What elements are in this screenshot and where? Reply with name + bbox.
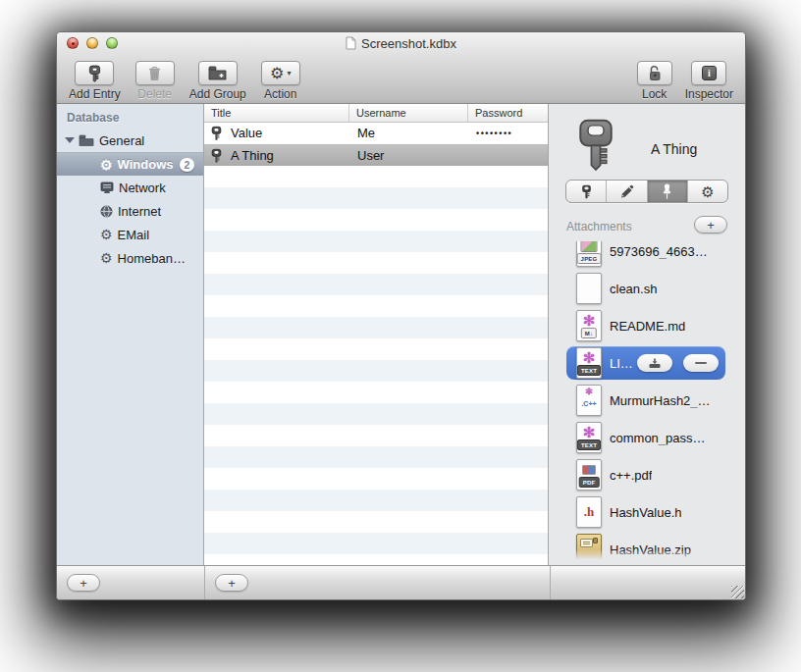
attachment-row[interactable]: clean.sh: [549, 270, 745, 307]
attachment-name: HashValue.h: [610, 505, 681, 520]
folder-icon: [79, 134, 94, 146]
sidebar-item-label: Internet: [118, 204, 161, 219]
add-group-face: [198, 61, 238, 85]
sidebar-item-label: Windows: [118, 157, 174, 172]
column-header-title[interactable]: Title: [204, 104, 231, 123]
sidebar-header: Database: [57, 104, 203, 129]
main-area: Database General ⚙ Windows 2: [57, 104, 745, 567]
sidebar-item-internet[interactable]: Internet: [57, 199, 203, 223]
plain-file-icon: [576, 273, 602, 304]
markdown-file-icon: ✻ M↓: [576, 310, 602, 341]
file-badge: .h: [584, 504, 594, 520]
plus-icon: +: [707, 219, 715, 232]
bottom-bar: + +: [57, 565, 745, 599]
lock-button[interactable]: Lock: [637, 61, 672, 101]
flower-glyph: ✻: [585, 388, 593, 396]
info-glyph: i: [708, 68, 711, 78]
jpeg-file-icon: JPEG: [576, 241, 602, 267]
sidebar-item-label: Homeban…: [118, 251, 186, 266]
attachment-row[interactable]: HashValue.zip: [549, 531, 745, 559]
add-group-button[interactable]: Add Group: [189, 61, 246, 101]
entry-key-icon: [576, 117, 615, 172]
file-badge: PDF: [579, 477, 600, 488]
key-icon: [211, 126, 222, 141]
attachment-row[interactable]: .h HashValue.h: [549, 493, 745, 531]
header-file-icon: .h: [576, 496, 602, 528]
sidebar-item-email[interactable]: ⚙ EMail: [57, 223, 203, 246]
entry-rows[interactable]: Value Me •••••••• A Thing Use: [204, 123, 548, 567]
entry-password: ••••••••: [476, 123, 512, 144]
sidebar-item-general[interactable]: General: [57, 129, 203, 152]
sidebar-item-label: Network: [119, 181, 166, 195]
column-header-password[interactable]: Password: [467, 104, 522, 123]
folder-plus-icon: [208, 66, 227, 80]
tab-credentials[interactable]: [566, 181, 607, 202]
delete-button[interactable]: Delete: [135, 61, 175, 101]
lock-face: [637, 61, 672, 85]
window-chrome: Screenshot.kdbx: [57, 32, 745, 104]
gear-icon: ⚙: [701, 184, 714, 199]
text-file-icon: ✻ TEXT: [576, 422, 602, 453]
add-group-label: Add Group: [189, 87, 246, 101]
gear-icon: ⚙: [100, 158, 113, 172]
tab-properties[interactable]: ⚙: [688, 181, 727, 202]
attachment-name: MurmurHash2_…: [610, 393, 711, 408]
disclosure-triangle-icon[interactable]: [65, 137, 75, 143]
toolbar-left-group: Add Entry Delete: [69, 61, 300, 101]
attachment-name: common_pass…: [610, 431, 706, 445]
pencil-icon: [619, 184, 634, 199]
zipper-pull: [593, 538, 598, 543]
entry-list: Title Username Password Value: [204, 104, 549, 567]
action-face: ⚙ ▾: [261, 61, 300, 85]
add-group-plus-button[interactable]: +: [67, 574, 100, 592]
column-header-username[interactable]: Username: [348, 104, 406, 123]
attachment-row[interactable]: ✻ M↓ README.md: [549, 307, 745, 344]
add-entry-plus-button[interactable]: +: [215, 574, 248, 592]
resize-grip[interactable]: [731, 586, 744, 598]
trash-icon: [148, 66, 161, 81]
sidebar-item-network[interactable]: Network: [57, 176, 203, 199]
entry-row-value[interactable]: Value Me ••••••••: [204, 123, 548, 144]
key-icon: [581, 184, 592, 199]
entry-row-a-thing[interactable]: A Thing User: [204, 144, 548, 166]
add-entry-button[interactable]: Add Entry: [69, 61, 121, 101]
toolbar-right-group: Lock i Inspector: [637, 61, 733, 101]
window-title: Screenshot.kdbx: [361, 36, 456, 51]
attachment-row[interactable]: JPEG 5973696_4663…: [549, 241, 745, 270]
attachment-row[interactable]: ✻ .C++ MurmurHash2_…: [549, 382, 745, 419]
entry-table-header: Title Username Password: [204, 104, 548, 123]
lock-label: Lock: [642, 87, 667, 101]
inspector-entry-title: A Thing: [651, 141, 697, 157]
add-attachment-button[interactable]: +: [694, 216, 727, 233]
pdf-art: [582, 465, 596, 475]
flower-glyph: ✻: [583, 425, 596, 439]
export-tray-icon: [647, 358, 663, 369]
attachment-row-selected[interactable]: ✻ TEXT LI…: [549, 344, 745, 382]
tab-edit[interactable]: [607, 181, 647, 202]
attachment-name: clean.sh: [610, 282, 657, 296]
inspector-button[interactable]: i Inspector: [685, 61, 733, 101]
attachments-list[interactable]: JPEG 5973696_4663… clean.sh ✻ M↓: [549, 241, 745, 559]
plus-icon: +: [228, 577, 236, 590]
remove-attachment-button[interactable]: [683, 354, 719, 372]
titlebar[interactable]: Screenshot.kdbx: [57, 32, 745, 54]
action-button[interactable]: ⚙ ▾ Action: [261, 61, 300, 101]
inspector-face: i: [691, 61, 726, 85]
sidebar-item-windows[interactable]: ⚙ Windows 2: [57, 152, 203, 176]
pdf-file-icon: PDF: [576, 459, 602, 491]
add-entry-face: [75, 61, 114, 85]
attachment-row[interactable]: PDF c++.pdf: [549, 456, 745, 493]
group-sidebar: Database General ⚙ Windows 2: [57, 104, 204, 567]
save-attachment-button[interactable]: [637, 354, 672, 372]
attachment-name: README.md: [610, 319, 685, 334]
entry-username: User: [357, 145, 384, 167]
file-badge: TEXT: [577, 439, 601, 450]
minus-icon: [695, 362, 707, 365]
sidebar-item-homebanking[interactable]: ⚙ Homeban…: [57, 246, 203, 270]
count-badge: 2: [180, 158, 195, 172]
tab-attachments[interactable]: [648, 181, 688, 202]
attachment-row[interactable]: ✻ TEXT common_pass…: [549, 419, 745, 456]
inspector-tabs: ⚙: [565, 180, 728, 203]
key-icon: [211, 148, 222, 164]
divider: [204, 566, 205, 599]
